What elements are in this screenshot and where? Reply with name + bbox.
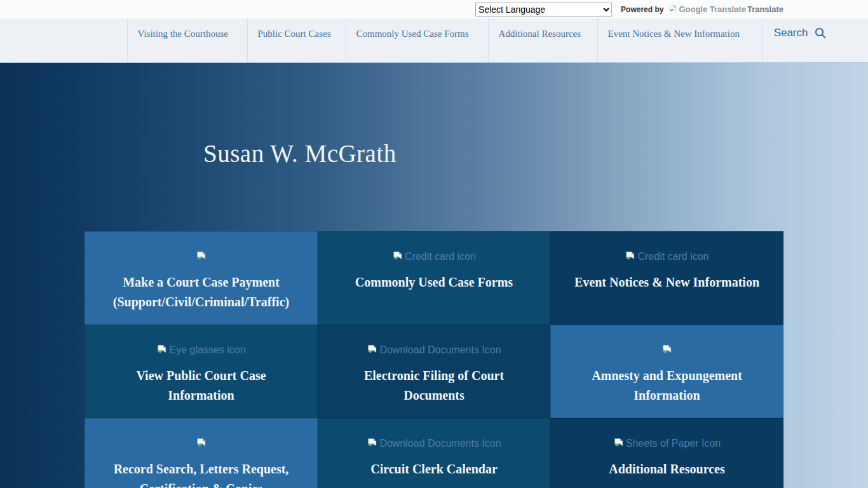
tile-title: Make a Court Case Payment (Support/Civil… [85,273,318,312]
nav-item-label: Event Notices & New Information [608,29,740,39]
broken-image-icon [661,344,672,356]
broken-image-icon [613,438,624,450]
tile-title: Event Notices & New Information [550,273,783,292]
nav-item-label: Visiting the Courthouse [138,29,228,39]
nav-item-label: Public Court Cases [258,29,331,39]
tile-icon-alt: Credit card icon [637,251,709,262]
broken-image-icon [156,344,167,356]
tile-icon-alt: Download Documents Icon [379,344,501,356]
broken-image-icon [625,251,635,263]
broken-image-icon [367,438,377,450]
tile-title: Electronic Filing of Court Documents [318,366,550,405]
tile-title: View Public Court Case Information [85,366,318,405]
tile-icon-alt: Download Documents Icon [379,438,501,449]
tile-icon-alt: Credit card icon [405,251,476,262]
page-body: Susan W. McGrath Make a Court Case Payme… [0,63,868,488]
tile-view-public-court-case-information[interactable]: Eye glasses icon View Public Court Case … [85,325,318,418]
nav-item-label: Additional Resources [499,29,581,39]
hero-banner: Susan W. McGrath [0,63,868,231]
tile-title: Commonly Used Case Forms [318,273,550,292]
nav-item-event-notices[interactable]: Event Notices & New Information [597,18,763,62]
nav-item-additional-resources[interactable]: Additional Resources [488,18,597,62]
tile-title: Amnesty and Expungement Information [550,366,783,405]
tile-title: Record Search, Letters Request, Certific… [85,459,318,488]
quick-links-grid: Make a Court Case Payment (Support/Civil… [85,231,783,488]
tile-title: Circuit Clerk Calendar [318,459,550,479]
google-translate-alt-text: Google Translate [679,4,745,14]
language-selector[interactable]: Select Language [475,3,612,17]
page-title: Susan W. McGrath [203,63,868,168]
broken-image-icon [392,251,403,263]
tile-amnesty-expungement[interactable]: Amnesty and Expungement Information [550,325,783,418]
tile-circuit-clerk-calendar[interactable]: Download Documents Icon Circuit Clerk Ca… [318,418,550,488]
nav-item-visiting-the-courthouse[interactable]: Visiting the Courthouse [127,18,247,62]
google-translate-attribution[interactable]: Google Translate Translate [668,4,783,15]
tile-title: Additional Resources [550,459,783,479]
tile-additional-resources[interactable]: Sheets of Paper Icon Additional Resource… [550,418,783,488]
search-label: Search [774,27,808,39]
search-icon [815,27,826,39]
tile-record-search-letters-request[interactable]: Record Search, Letters Request, Certific… [85,418,318,488]
tile-electronic-filing[interactable]: Download Documents Icon Electronic Filin… [318,325,550,418]
tile-event-notices-new-information[interactable]: Credit card icon Event Notices & New Inf… [550,231,783,325]
broken-image-icon [668,4,677,15]
powered-by-label: Powered by [621,5,663,14]
tile-icon-alt: Sheets of Paper Icon [626,438,721,449]
tile-commonly-used-case-forms[interactable]: Credit card icon Commonly Used Case Form… [318,231,550,325]
search-button[interactable]: Search [763,18,826,62]
nav-item-label: Commonly Used Case Forms [356,29,469,39]
translate-topbar: Select Language Powered by Google Transl… [0,0,868,18]
broken-image-icon [196,251,207,263]
translate-link[interactable]: Translate [747,4,783,14]
tile-icon-alt: Eye glasses icon [169,344,245,356]
broken-image-icon [367,344,377,356]
tile-make-court-case-payment[interactable]: Make a Court Case Payment (Support/Civil… [85,231,318,325]
nav-item-public-court-cases[interactable]: Public Court Cases [247,18,346,62]
broken-image-icon [196,438,207,450]
nav-item-commonly-used-case-forms[interactable]: Commonly Used Case Forms [346,18,488,62]
main-navigation: Visiting the Courthouse Public Court Cas… [0,18,868,63]
